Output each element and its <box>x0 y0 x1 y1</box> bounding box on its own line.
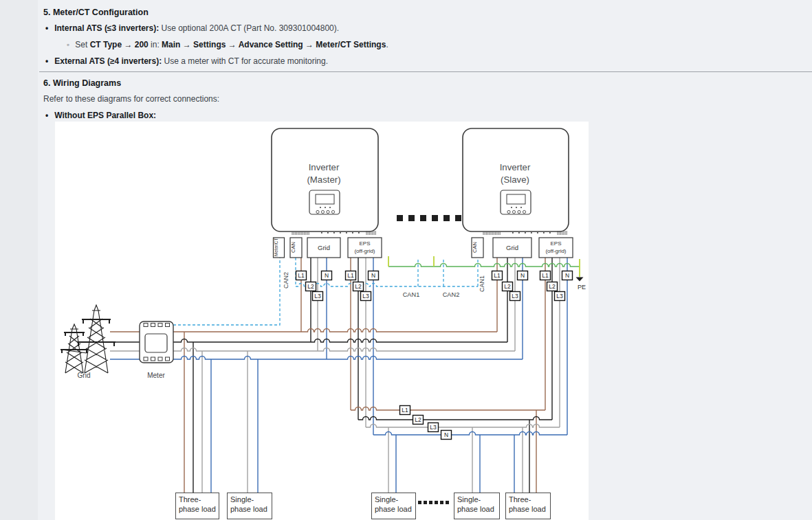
meter-label: Meter <box>147 372 165 379</box>
pe-label: PE <box>578 284 586 291</box>
master-can2-label: CAN2 <box>283 272 289 289</box>
sub-p1: Set <box>75 40 89 49</box>
more-units-dot <box>432 215 438 221</box>
vent-dot-icon <box>327 232 329 234</box>
more-units-dot <box>420 215 426 221</box>
bus-l2 <box>358 417 552 420</box>
bus-l2 <box>173 339 507 343</box>
vent-dot-icon <box>531 232 532 234</box>
phase-chip-label: L2 <box>355 283 362 290</box>
bus-l1 <box>173 329 497 332</box>
phase-chip-label: L1 <box>542 272 549 279</box>
port-can-label: CAN <box>290 242 296 253</box>
phase-chip-label: L1 <box>402 407 408 414</box>
phase-chip-label: L2 <box>504 283 511 290</box>
more-units-dot <box>397 215 403 221</box>
vent-dot-icon <box>346 232 347 234</box>
inverter-slave-label-2: (Slave) <box>501 174 529 185</box>
more-loads-dot <box>440 501 443 504</box>
port-meter-ct-label: Meter/CT <box>274 238 278 256</box>
sub-p4: Main → Settings → Advance Setting → Mete… <box>162 40 386 49</box>
inverter-master: Inverter (Master) <box>272 128 378 231</box>
load-single-phase-3: Single-phase load <box>454 493 500 519</box>
phase-chip-label: N <box>325 272 329 279</box>
inverter-slave-label-1: Inverter <box>500 162 531 172</box>
vent-dot-icon <box>512 232 514 234</box>
port-eps-label-2: (off-grid) <box>354 248 375 254</box>
manual-page: 5. Meter/CT Configuration Internal ATS (… <box>0 0 812 520</box>
phase-chip-label: N <box>520 272 525 279</box>
vent-dot-icon <box>543 232 545 234</box>
phase-chip-label: N <box>371 272 375 279</box>
vent-dot-icon <box>537 232 538 234</box>
bus-l1 <box>351 407 545 411</box>
load-single-phase-1: Single-phase load <box>227 493 272 519</box>
inverter-slave: Inverter (Slave) <box>463 128 569 231</box>
inverter-master-label-2: (Master) <box>307 174 340 185</box>
phase-chip-label: N <box>444 431 448 438</box>
vent-dot-icon <box>333 232 335 234</box>
port-grid-label: Grid <box>318 244 330 251</box>
sub-bullet-ct-type: Set CT Type → 200 in: Main → Settings → … <box>67 40 388 49</box>
bullet-without-eps-bold: Without EPS Parallel Box: <box>54 111 156 120</box>
bullet-internal-ats-text: Use optional 200A CT (Part No. 309301004… <box>159 23 339 33</box>
vent-dot-icon <box>340 232 341 234</box>
vent-dot-icon <box>321 232 322 234</box>
sub-p3: in: <box>149 40 162 49</box>
can1-bus-label: CAN1 <box>403 291 420 298</box>
vent-dot-icon <box>525 232 526 234</box>
section6-intro: Refer to these diagrams for correct conn… <box>43 94 219 104</box>
sub-p5: . <box>386 40 388 49</box>
load-three-phase-1: Three-phase load <box>175 493 219 519</box>
port-eps-label-1: EPS <box>359 240 370 247</box>
bullet-external-ats-bold: External ATS (≥4 inverters): <box>54 56 162 66</box>
more-loads-dot <box>429 501 432 504</box>
port-can-label: CAN <box>472 242 478 253</box>
section5-heading: 5. Meter/CT Configuration <box>43 8 149 17</box>
phase-chip-label: L1 <box>494 272 501 279</box>
slave-can1-label: CAN1 <box>479 275 485 292</box>
phase-chip-label: L3 <box>430 424 437 431</box>
more-loads-dot <box>435 501 438 504</box>
phase-chips-layer: L1NL2L3L1NL2L3L1NL2L3L1NL2L3L1L2L3N <box>296 271 573 440</box>
vent-dot-icon <box>549 232 551 234</box>
load-single-phase-2: Single-phase load <box>371 493 416 519</box>
phase-chip-label: L2 <box>415 416 421 423</box>
wire-pe <box>388 264 580 267</box>
more-units-dot <box>455 215 461 221</box>
vent-dot-icon <box>518 232 520 234</box>
wiring-diagram-svg: Inverter (Master) Inverter ( <box>55 122 589 520</box>
grid-label: Grid <box>78 372 91 379</box>
bus-l3 <box>366 425 560 428</box>
port-grid-label: Grid <box>506 244 518 251</box>
phase-chip-label: L1 <box>298 272 305 279</box>
communication-wires-layer <box>173 258 478 325</box>
ground-icon <box>576 278 584 282</box>
bus-l3 <box>173 348 515 352</box>
phase-chip-label: L1 <box>347 272 354 279</box>
sub-p2: CT Type → 200 <box>90 40 149 49</box>
port-eps-label-1: EPS <box>550 240 561 247</box>
port-eps-label-2: (off-grid) <box>545 248 566 254</box>
bullet-internal-ats: Internal ATS (≤3 inverters): Use optiona… <box>45 23 339 33</box>
more-loads-dot <box>446 501 449 504</box>
can-link <box>296 284 478 287</box>
load-three-phase-2: Three-phase load <box>505 493 551 519</box>
more-units-dot <box>443 215 450 221</box>
phase-chip-label: N <box>565 272 569 279</box>
section-divider <box>39 71 812 72</box>
more-units-dot <box>408 215 415 221</box>
phase-chip-label: L3 <box>362 293 369 299</box>
vent-dot-icon <box>358 232 360 234</box>
more-loads-dot <box>418 501 421 504</box>
page-left-margin <box>0 0 38 520</box>
vent-dot-icon <box>352 232 353 234</box>
phase-chip-label: L3 <box>556 293 563 299</box>
wires-layer <box>110 256 580 493</box>
bus-n <box>173 357 523 360</box>
bullet-external-ats: External ATS (≥4 inverters): Use a meter… <box>45 56 328 66</box>
bullet-without-eps-box: Without EPS Parallel Box: <box>45 111 156 120</box>
meter-icon <box>140 321 173 363</box>
phase-chip-label: L3 <box>512 293 518 299</box>
bullet-external-ats-text: Use a meter with CT for accurate monitor… <box>162 56 328 66</box>
